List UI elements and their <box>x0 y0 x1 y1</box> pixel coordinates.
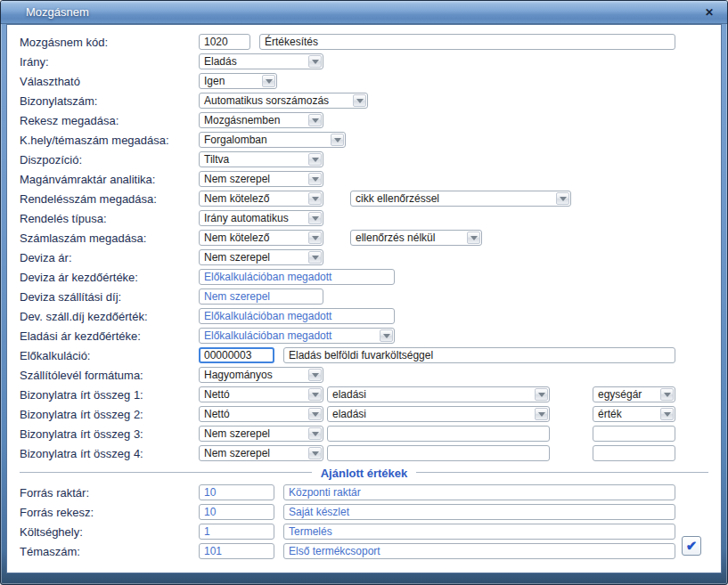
section-title: Ajánlott értékek <box>321 467 408 480</box>
osszeg1-tipus-select[interactable]: Nettó <box>199 386 323 402</box>
khely-temaszam-select[interactable]: Forgalomban <box>199 132 346 148</box>
chevron-down-icon[interactable] <box>308 173 322 185</box>
field-label: K.hely/témaszám megadása: <box>20 134 199 147</box>
diszpozicio-select[interactable]: Tiltva <box>199 151 323 167</box>
row-mozgasnem-kod: Mozgásnem kód: 1020 Értékesítés <box>7 32 721 52</box>
selected-value: Automatikus sorszámozás <box>204 94 329 107</box>
temaszam-kod-field[interactable]: 101 <box>199 543 274 559</box>
deviza-ar-select[interactable]: Nem szerepel <box>199 249 323 265</box>
selected-value: érték <box>598 408 622 420</box>
osszeg2-mod-select[interactable]: érték <box>593 406 675 422</box>
osszeg3-ar-field[interactable] <box>327 426 550 442</box>
chevron-down-icon[interactable] <box>308 427 322 440</box>
separator-line <box>20 472 312 474</box>
osszeg3-tipus-select[interactable]: Nem szerepel <box>199 426 323 442</box>
chevron-down-icon[interactable] <box>262 75 275 87</box>
chevron-down-icon[interactable] <box>308 153 322 166</box>
szamlaszam-ellenorzes-select[interactable]: ellenőrzés nélkül <box>350 230 482 246</box>
elokalkulacio-kod-input[interactable]: 00000003 <box>199 347 274 363</box>
chevron-down-icon[interactable] <box>308 251 322 264</box>
osszeg4-mod-field[interactable] <box>593 445 675 461</box>
field-label: Eladási ár kezdőértéke: <box>20 329 199 343</box>
mozgasnem-nev-input[interactable]: Értékesítés <box>259 34 675 50</box>
irany-select[interactable]: Eladás <box>199 53 323 69</box>
field-label: Bizonylatra írt összeg 2: <box>20 408 199 421</box>
rendeles-tipusa-select[interactable]: Irány automatikus <box>199 210 323 226</box>
osszeg4-ar-field[interactable] <box>327 445 550 461</box>
osszeg2-tipus-select[interactable]: Nettó <box>199 406 323 422</box>
dialog-body: Mozgásnem kód: 1020 Értékesítés Irány: E… <box>6 24 722 573</box>
szallitolevel-formatum-select[interactable]: Hagyományos <box>199 367 323 383</box>
chevron-down-icon[interactable] <box>308 388 322 401</box>
forras-rekesz-kod-field[interactable]: 10 <box>199 504 274 520</box>
row-maganvamraktar: Magánvámraktár analitika: Nem szerepel <box>7 169 721 189</box>
chevron-down-icon[interactable] <box>660 408 674 420</box>
chevron-down-icon[interactable] <box>353 94 366 107</box>
field-label: Rendelésszám megadása: <box>20 192 199 206</box>
rendelesszam-ellenorzes-select[interactable]: cikk ellenőrzéssel <box>350 191 571 207</box>
close-button[interactable]: ✕ <box>700 4 718 20</box>
valaszthato-select[interactable]: Igen <box>199 73 277 89</box>
confirm-check-button[interactable]: ✔ <box>682 536 701 556</box>
chevron-down-icon[interactable] <box>308 369 322 381</box>
selected-value: Nem szerepel <box>204 447 270 459</box>
selected-value: Előkalkulációban megadott <box>204 329 331 342</box>
row-koltseghely: Költséghely: 1 Termelés <box>7 522 721 541</box>
chevron-down-icon[interactable] <box>467 232 480 244</box>
forras-raktar-kod-field[interactable]: 10 <box>199 484 274 500</box>
row-bizonylatra-osszeg-2: Bizonylatra írt összeg 2: Nettó eladási … <box>7 404 721 424</box>
field-label: Bizonylatra írt összeg 1: <box>20 388 199 402</box>
field-label: Diszpozíció: <box>20 153 199 167</box>
chevron-down-icon[interactable] <box>308 232 322 244</box>
row-irany: Irány: Eladás <box>7 52 721 71</box>
chevron-down-icon[interactable] <box>535 388 548 401</box>
rendelesszam-select[interactable]: Nem kötelező <box>199 191 323 207</box>
chevron-down-icon[interactable] <box>308 408 322 420</box>
selected-value: Nem szerepel <box>204 427 270 440</box>
chevron-down-icon[interactable] <box>308 114 322 126</box>
chevron-down-icon[interactable] <box>331 134 344 146</box>
chevron-down-icon[interactable] <box>308 212 322 224</box>
osszeg1-mod-select[interactable]: egységár <box>593 386 675 402</box>
row-rendelesszam: Rendelésszám megadása: Nem kötelező cikk… <box>7 189 721 208</box>
bizonylatszam-select[interactable]: Automatikus sorszámozás <box>199 93 368 109</box>
chevron-down-icon[interactable] <box>308 192 322 205</box>
forras-rekesz-nev-field[interactable]: Saját készlet <box>283 504 675 520</box>
field-label: Témaszám: <box>20 545 199 558</box>
eladasi-ar-kezdoertek-select[interactable]: Előkalkulációban megadott <box>199 328 395 344</box>
row-deviza-ar: Deviza ár: Nem szerepel <box>7 248 721 267</box>
maganvamraktar-select[interactable]: Nem szerepel <box>199 171 323 187</box>
koltseghely-nev-field[interactable]: Termelés <box>283 524 675 540</box>
field-label: Rekesz megadása: <box>20 114 199 127</box>
osszeg3-mod-field[interactable] <box>593 426 675 442</box>
selected-value: Nettó <box>204 408 230 420</box>
chevron-down-icon[interactable] <box>535 408 548 420</box>
osszeg4-tipus-select[interactable]: Nem szerepel <box>199 445 323 461</box>
selected-value: Nem kötelező <box>204 192 269 205</box>
temaszam-nev-field[interactable]: Első termékcsoport <box>283 543 675 559</box>
forras-raktar-nev-field[interactable]: Központi raktár <box>283 484 675 500</box>
koltseghely-kod-field[interactable]: 1 <box>199 524 274 540</box>
rekesz-megadasa-select[interactable]: Mozgásnemben <box>199 112 323 128</box>
osszeg1-ar-select[interactable]: eladási <box>327 386 550 402</box>
row-diszpozicio: Diszpozíció: Tiltva <box>7 150 721 169</box>
field-label: Előkalkuláció: <box>20 349 199 362</box>
selected-value: Forgalomban <box>204 134 267 146</box>
titlebar[interactable]: Mozgásnem ✕ <box>1 1 727 24</box>
szamlaszam-select[interactable]: Nem kötelező <box>199 230 323 246</box>
osszeg2-ar-select[interactable]: eladási <box>327 406 550 422</box>
chevron-down-icon[interactable] <box>308 55 322 68</box>
row-bizonylatra-osszeg-4: Bizonylatra írt összeg 4: Nem szerepel <box>7 443 721 463</box>
mozgasnem-kod-input[interactable]: 1020 <box>199 34 250 50</box>
check-icon: ✔ <box>686 538 698 554</box>
chevron-down-icon[interactable] <box>556 192 569 205</box>
field-label: Költséghely: <box>20 525 199 539</box>
selected-value: Mozgásnemben <box>204 114 280 126</box>
chevron-down-icon[interactable] <box>308 447 322 459</box>
chevron-down-icon[interactable] <box>380 329 393 342</box>
selected-value: Irány automatikus <box>204 212 289 224</box>
chevron-down-icon[interactable] <box>660 388 674 401</box>
row-khely-temaszam: K.hely/témaszám megadása: Forgalomban <box>7 130 721 150</box>
elokalkulacio-nev-field[interactable]: Eladás belföldi fuvarköltséggel <box>283 347 675 363</box>
separator-line <box>416 472 708 474</box>
